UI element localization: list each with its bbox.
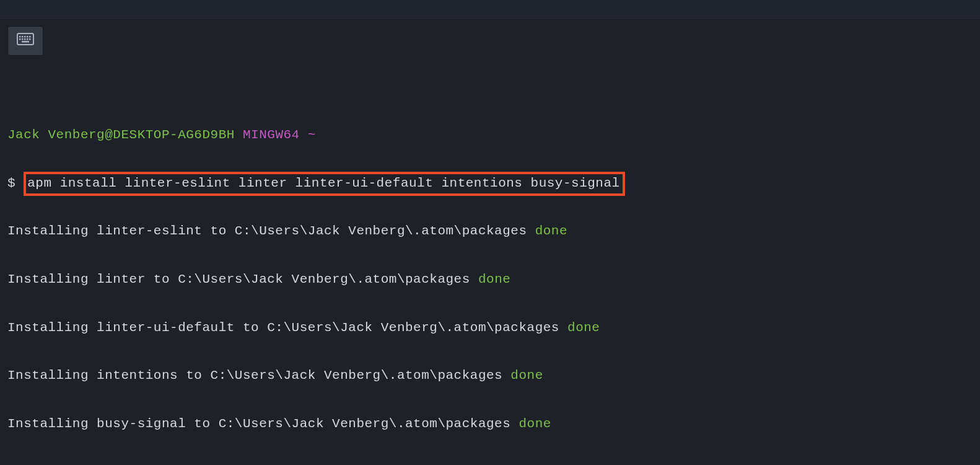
highlighted-command: apm install linter-eslint linter linter-… [24,172,624,196]
svg-rect-8 [24,38,26,40]
output-text: Installing linter-ui-default to C:\Users… [7,321,567,335]
svg-rect-10 [29,38,31,40]
output-status: done [567,321,600,335]
output-line: Installing linter-eslint to C:\Users\Jac… [7,219,973,244]
blank-line [7,461,973,465]
svg-rect-2 [22,36,24,38]
svg-rect-3 [24,36,26,38]
output-text: Installing intentions to C:\Users\Jack V… [7,368,510,383]
svg-rect-4 [27,36,28,38]
keyboard-button[interactable] [7,26,43,56]
output-text: Installing busy-signal to C:\Users\Jack … [7,417,518,431]
output-text: Installing linter-eslint to C:\Users\Jac… [7,224,535,238]
prompt-sigil: $ [7,176,15,190]
toolbar [0,20,980,62]
svg-rect-7 [22,38,24,40]
prompt-user: Jack Venberg@DESKTOP-AG6D9BH [7,128,235,142]
output-line: Installing linter-ui-default to C:\Users… [7,316,973,340]
output-status: done [478,272,510,286]
command-text: apm install linter-eslint linter linter-… [27,176,619,190]
terminal-output[interactable]: Jack Venberg@DESKTOP-AG6D9BH MINGW64 ~ $… [0,62,980,465]
command-line-1: $ apm install linter-eslint linter linte… [7,172,973,196]
output-line: Installing busy-signal to C:\Users\Jack … [7,412,973,436]
svg-rect-6 [19,38,21,40]
title-bar [0,0,980,20]
svg-rect-1 [19,36,21,38]
prompt-path: ~ [308,128,316,142]
svg-rect-9 [27,38,28,40]
keyboard-icon [17,33,34,49]
output-status: done [535,224,567,238]
output-status: done [518,417,551,431]
svg-rect-5 [29,36,31,38]
output-status: done [510,368,543,383]
prompt-line-1: Jack Venberg@DESKTOP-AG6D9BH MINGW64 ~ [7,123,973,148]
output-line: Installing linter to C:\Users\Jack Venbe… [7,268,973,292]
output-text: Installing linter to C:\Users\Jack Venbe… [7,272,478,286]
svg-rect-11 [22,41,29,43]
prompt-env: MINGW64 [243,128,300,142]
output-line: Installing intentions to C:\Users\Jack V… [7,364,973,388]
